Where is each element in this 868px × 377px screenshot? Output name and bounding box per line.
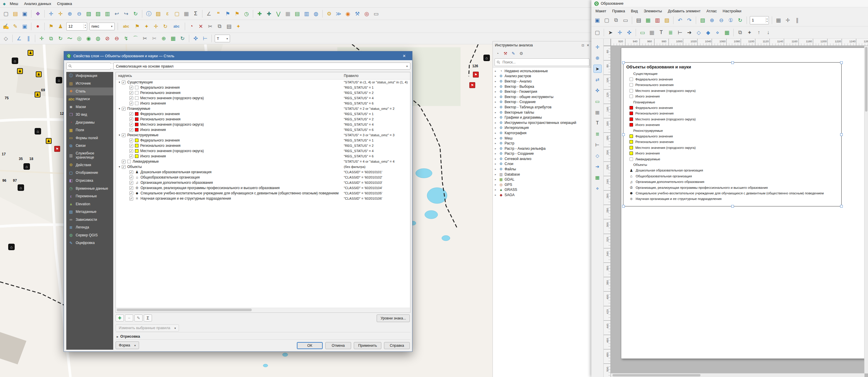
selection-handle[interactable]: [622, 133, 625, 136]
processing-group-10[interactable]: ▸⚙Графики и диаграммы: [493, 115, 591, 120]
select-move-item-icon[interactable]: ➤: [606, 28, 615, 37]
rule-row[interactable]: ▾✓Существующие"STATUS" in (1, 4) or "sta…: [116, 80, 410, 85]
expand-right-icon[interactable]: ▸: [495, 183, 497, 186]
move-item-content-icon[interactable]: ⇄: [593, 76, 602, 84]
expand-right-icon[interactable]: ▸: [495, 142, 497, 145]
add-scalebar-icon[interactable]: ⊢: [593, 141, 602, 149]
rule-checkbox[interactable]: ✓: [129, 128, 133, 132]
renderer-combobox[interactable]: Символизация на основе правил ▾: [113, 62, 410, 69]
apply-button[interactable]: Применить: [354, 342, 381, 349]
spinner-arrows-icon[interactable]: ▴▾: [765, 18, 769, 23]
expand-right-icon[interactable]: ▸: [495, 80, 497, 83]
add-html-icon[interactable]: ⋄: [593, 184, 602, 192]
expand-right-icon[interactable]: ▸: [495, 121, 497, 124]
expand-right-icon[interactable]: ▸: [495, 90, 497, 93]
rule-checkbox[interactable]: ✓: [129, 102, 133, 106]
rule-checkbox[interactable]: ✓: [122, 160, 126, 164]
properties-tab-labels[interactable]: abcНадписи: [66, 95, 113, 103]
rule-row[interactable]: ✓☻Специальное учебно-воспитательное учре…: [116, 191, 410, 196]
selection-handle[interactable]: [622, 61, 625, 64]
processing-group-9[interactable]: ▸⚙Векторные тайлы: [493, 110, 591, 115]
scrollbar-thumb[interactable]: [117, 309, 252, 311]
add-node-item-icon[interactable]: ◆: [704, 28, 713, 37]
expand-right-icon[interactable]: ▸: [495, 168, 497, 171]
layout-manager-icon[interactable]: ▭: [372, 9, 380, 18]
rotate-feature-icon[interactable]: ↻: [56, 34, 65, 43]
rule-row[interactable]: ✓Иного значения"REG_STATUS" = 6: [116, 101, 410, 106]
zoom-to-selection-icon[interactable]: ▨: [94, 9, 102, 18]
properties-tab-temporal[interactable]: ◷Временные данные: [66, 185, 113, 193]
paste-features-icon[interactable]: ▤: [225, 22, 234, 31]
move-feature-icon[interactable]: ✛: [37, 34, 46, 43]
offset-curve-icon[interactable]: ⌒: [131, 34, 140, 43]
add-html-icon[interactable]: ⋄: [713, 28, 722, 37]
rule-checkbox[interactable]: ✓: [129, 170, 133, 174]
expand-right-icon[interactable]: ▸: [495, 126, 497, 129]
expand-right-icon[interactable]: ▸: [495, 116, 497, 119]
properties-tab-elevation[interactable]: ▲Elevation: [66, 200, 113, 208]
undo-icon[interactable]: ↶: [676, 16, 684, 25]
georeferencer-icon[interactable]: ◎: [362, 9, 371, 18]
layout-horizontal-scrollbar[interactable]: [611, 373, 865, 377]
star-tool-icon[interactable]: ✦: [234, 22, 243, 31]
properties-tab-masks[interactable]: ◙Маски: [66, 103, 113, 111]
map-tips-icon[interactable]: ❝: [214, 9, 223, 18]
add-raster-layer-icon[interactable]: ▦: [283, 9, 292, 18]
edit-in-place-icon[interactable]: ✎: [510, 50, 517, 57]
select-by-expression-icon[interactable]: ε: [163, 9, 172, 18]
ok-button[interactable]: ОК: [297, 342, 323, 349]
deselect-all-icon[interactable]: ▢: [173, 9, 181, 18]
annotation-combo[interactable]: Т▾: [215, 35, 230, 42]
menu-3[interactable]: Справка: [54, 0, 75, 7]
rule-row[interactable]: ✓♔Организация, реализующая программы про…: [116, 185, 410, 191]
rule-row[interactable]: ▾✓Реконструируемые"STATUS" = 3 or "statu…: [116, 133, 410, 138]
zoom-actual-icon[interactable]: ①: [726, 16, 735, 25]
scrollbar-thumb[interactable]: [865, 47, 867, 112]
add-legend-icon[interactable]: ≣: [593, 130, 602, 138]
options-icon[interactable]: ⚙: [518, 50, 525, 57]
expand-right-icon[interactable]: ▸: [495, 106, 497, 109]
add-rule-button[interactable]: ✚: [116, 315, 124, 321]
rule-checkbox[interactable]: ✓: [129, 181, 133, 185]
save-project-icon[interactable]: ▣: [20, 9, 29, 18]
pan-to-selection-icon[interactable]: ✛: [56, 9, 65, 18]
rule-checkbox[interactable]: ✓: [129, 176, 133, 179]
processing-group-18[interactable]: ▸⚙Сетевой анализ: [493, 156, 591, 162]
export-as-image-icon[interactable]: ▦: [644, 16, 652, 25]
add-shape-icon[interactable]: ◇: [593, 151, 602, 160]
expand-right-icon[interactable]: ▸: [495, 163, 497, 165]
copy-features-icon[interactable]: ⧉: [215, 22, 224, 31]
new-bookmark-icon[interactable]: ⚑: [223, 9, 232, 18]
expand-right-icon[interactable]: ▸: [495, 188, 497, 191]
cancel-button[interactable]: Отмена: [325, 342, 351, 349]
rule-row[interactable]: ▾✓Планируемые"STATUS" = 2 or "status_omz…: [116, 106, 410, 111]
refine-rules-button[interactable]: Изменить выбранные правила ▾: [116, 324, 179, 331]
rule-checkbox[interactable]: ✓: [129, 86, 133, 90]
processing-group-16[interactable]: ▸⚙Растр - Анализ рельефа: [493, 146, 591, 151]
zoom-in-icon[interactable]: ⊕: [65, 9, 74, 18]
processing-group-21[interactable]: ▸▥Database: [493, 172, 591, 177]
style-menu-button[interactable]: Форма ▾: [116, 342, 139, 349]
export-as-pdf-icon[interactable]: ▥: [653, 16, 662, 25]
zoom-full-icon[interactable]: ▧: [698, 16, 707, 25]
legend-item[interactable]: Объекты образования и науки Существующие…: [623, 62, 842, 206]
rule-checkbox[interactable]: ✓: [129, 144, 133, 148]
processing-group-13[interactable]: ▸⚙Картография: [493, 130, 591, 136]
snap-to-grid-icon[interactable]: ✛: [783, 16, 792, 25]
rule-row[interactable]: ✓⚛Научная организация и ее структурные п…: [116, 196, 410, 201]
layout-vertical-scrollbar[interactable]: [864, 46, 868, 374]
processing-group-8[interactable]: ▸⚙Вектор - Таблица атрибутов: [493, 105, 591, 110]
statistical-summary-icon[interactable]: Σ: [191, 9, 200, 18]
plugin-manager-icon[interactable]: ⚒: [353, 9, 362, 18]
rule-row[interactable]: ✓Местного значения (городского округа)"R…: [116, 122, 410, 127]
show-grid-icon[interactable]: ▦: [774, 16, 783, 25]
rule-row[interactable]: ✓Иного значения"REG_STATUS" = 6: [116, 153, 410, 159]
layout-canvas[interactable]: Объекты образования и науки Существующие…: [611, 46, 868, 377]
spinner-arrows-icon[interactable]: ▴▾: [84, 24, 87, 29]
properties-search[interactable]: [66, 62, 111, 69]
redo-icon[interactable]: ↷: [685, 16, 694, 25]
expand-right-icon[interactable]: ▸: [495, 85, 497, 88]
processing-group-24[interactable]: ▸▲GRASS: [493, 187, 591, 193]
expand-right-icon[interactable]: ▸: [495, 75, 497, 78]
refresh-map-icon[interactable]: ↻: [131, 9, 140, 18]
